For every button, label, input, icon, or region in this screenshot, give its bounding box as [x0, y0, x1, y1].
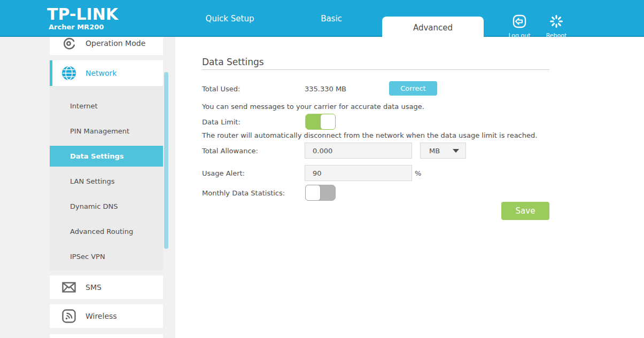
- monthly-stats-label: Monthly Data Statistics:: [202, 189, 285, 197]
- router-model-label: Archer MR200: [47, 23, 118, 31]
- submenu-item-lan-settings[interactable]: LAN Settings: [50, 169, 163, 194]
- globe-icon: [61, 66, 76, 81]
- total-allowance-input[interactable]: [305, 143, 412, 159]
- network-submenu: Internet PIN Management Data Settings LA…: [50, 86, 163, 270]
- brand-block: TP-LINK Archer MR200: [47, 6, 118, 31]
- router-admin-page: Operation Mode Network Internet PIN Mana…: [0, 0, 644, 338]
- reboot-icon: [549, 14, 563, 30]
- sidebar-scrollbar-thumb[interactable]: [164, 72, 168, 249]
- total-allowance-label: Total Allowance:: [202, 147, 258, 155]
- disconnect-note: The router will automatically disconnect…: [202, 131, 537, 139]
- data-limit-label: Data Limit:: [202, 118, 240, 126]
- total-used-value: 335.330 MB: [305, 85, 346, 93]
- sidebar-item-label: Operation Mode: [86, 39, 145, 48]
- sidebar-item-network[interactable]: Network: [50, 60, 163, 86]
- sidebar-item-label: Network: [86, 69, 117, 77]
- reboot-label: Reboot: [546, 32, 567, 39]
- submenu-item-advanced-routing[interactable]: Advanced Routing: [50, 219, 163, 244]
- monthly-stats-toggle[interactable]: [305, 185, 336, 201]
- chevron-down-icon: [453, 149, 459, 153]
- percent-suffix: %: [415, 169, 421, 177]
- tab-advanced[interactable]: Advanced: [382, 17, 484, 39]
- save-button[interactable]: Save: [501, 202, 549, 220]
- sidebar-item-partial[interactable]: [50, 334, 163, 338]
- top-header-bar: TP-LINK Archer MR200 Quick Setup Basic A…: [0, 0, 644, 37]
- sidebar-item-label: SMS: [86, 283, 102, 292]
- submenu-item-dynamic-dns[interactable]: Dynamic DNS: [50, 194, 163, 219]
- title-divider: [202, 69, 549, 70]
- carrier-note: You can send messages to your carrier fo…: [202, 103, 424, 111]
- reboot-button[interactable]: Reboot: [541, 14, 571, 39]
- submenu-item-internet[interactable]: Internet: [50, 93, 163, 119]
- sidebar-item-label: Wireless: [86, 312, 117, 320]
- sidebar-item-sms[interactable]: SMS: [50, 276, 163, 299]
- usage-alert-input[interactable]: [305, 165, 412, 181]
- tab-basic[interactable]: Basic: [305, 0, 358, 37]
- logout-icon: [513, 14, 526, 30]
- correct-button[interactable]: Correct: [389, 81, 437, 96]
- submenu-item-ipsec-vpn[interactable]: IPSec VPN: [50, 244, 163, 269]
- submenu-item-data-settings[interactable]: Data Settings: [50, 144, 163, 169]
- tp-link-logo: TP-LINK: [47, 6, 118, 22]
- total-used-label: Total Used:: [202, 85, 240, 93]
- page-title: Data Settings: [202, 57, 264, 67]
- operation-mode-icon: [61, 36, 76, 51]
- usage-alert-label: Usage Alert:: [202, 169, 245, 177]
- logout-button[interactable]: Log out: [505, 14, 534, 39]
- toggle-knob: [305, 185, 321, 201]
- wireless-icon: [61, 309, 76, 324]
- allowance-unit-value: MB: [429, 147, 440, 155]
- toggle-knob: [320, 114, 336, 130]
- allowance-unit-dropdown[interactable]: MB: [420, 143, 466, 159]
- data-limit-toggle[interactable]: [305, 114, 336, 130]
- submenu-item-pin-management[interactable]: PIN Management: [50, 119, 163, 144]
- envelope-icon: [61, 280, 76, 295]
- tab-quick-setup[interactable]: Quick Setup: [190, 0, 270, 37]
- sidebar-item-wireless[interactable]: Wireless: [50, 304, 163, 328]
- logout-label: Log out: [508, 32, 530, 39]
